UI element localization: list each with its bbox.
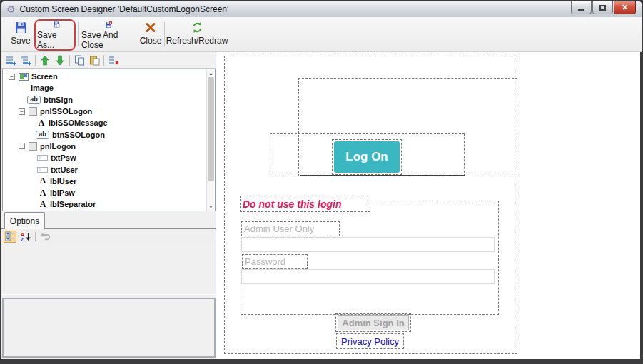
tree-toolbar-separator	[35, 55, 36, 66]
ab-icon: ab	[36, 131, 49, 139]
tree-item-label: lblPsw	[50, 188, 75, 197]
collapse-icon[interactable]: −	[19, 108, 25, 115]
svg-text:A: A	[21, 232, 24, 237]
toolbar-separator	[164, 22, 165, 46]
tree-item-label: btnSign	[44, 96, 73, 104]
password-input-preview[interactable]	[241, 269, 495, 284]
designer-canvas[interactable]: Log On Do not use this login Admin User …	[216, 52, 640, 359]
tree-item-lblssomessage[interactable]: A lblSSOMessage	[3, 117, 206, 128]
save-label: Save	[11, 36, 30, 46]
close-label: Close	[140, 36, 162, 46]
refresh-redraw-button[interactable]: Refresh/Redraw	[167, 19, 227, 50]
save-as-label: Save As...	[37, 30, 76, 50]
save-floppy-icon	[15, 21, 27, 34]
tab-options[interactable]: Options	[4, 212, 45, 229]
alphabetical-sort-icon[interactable]: AZ	[19, 231, 32, 243]
tree-rows: − Screen Image ab btnSign − pnlSSOLogon	[3, 71, 206, 211]
tree-item-label: lblUser	[50, 177, 76, 186]
tree-item-pnlssologon[interactable]: − pnlSSOLogon	[3, 106, 206, 117]
textbox-icon	[37, 167, 48, 173]
categorized-icon[interactable]	[4, 231, 16, 243]
tree-item-label: lblSeparator	[50, 200, 96, 208]
add-item-icon[interactable]	[5, 54, 16, 66]
toolbar-separator	[78, 22, 79, 46]
options-tab-label: Options	[10, 216, 39, 226]
label-a-icon: A	[39, 188, 47, 198]
tree-item-label: txtPsw	[51, 153, 76, 162]
tree-item-label: btnSSOLogon	[52, 131, 105, 139]
refresh-icon	[191, 21, 203, 34]
label-a-icon: A	[39, 199, 47, 210]
delete-icon[interactable]	[108, 54, 119, 66]
ab-icon: ab	[27, 96, 41, 104]
tree-item-label: lblSSOMessage	[49, 118, 108, 127]
close-designer-button[interactable]: Close	[138, 19, 163, 50]
tree-item-btnssologon[interactable]: ab btnSSOLogon	[3, 128, 206, 140]
paste-icon[interactable]	[88, 54, 100, 66]
save-close-floppy-icon	[103, 21, 115, 28]
custom-screen-designer-window: ⚙ Custom Screen Designer 'DefaultCustomL…	[0, 0, 643, 364]
add-child-icon[interactable]	[20, 54, 31, 66]
property-grid-empty[interactable]	[2, 243, 216, 295]
close-window-button[interactable]: ✕	[614, 1, 636, 14]
save-and-close-button[interactable]: Save And Close	[81, 19, 136, 50]
username-label-text: Admin User Only	[242, 223, 314, 234]
tree-item-txtuser[interactable]: txtUser	[3, 163, 206, 175]
tree-item-txtpsw[interactable]: txtPsw	[3, 152, 206, 163]
left-panel: − Screen Image ab btnSign − pnlSSOLogon	[1, 52, 216, 359]
refresh-redraw-label: Refresh/Redraw	[166, 36, 228, 46]
maximize-icon	[599, 5, 606, 11]
close-x-icon	[145, 21, 156, 34]
tree-item-lblseparator[interactable]: A lblSeparator	[3, 198, 206, 210]
scroll-down-icon[interactable]: ▼	[207, 203, 215, 211]
titlebar[interactable]: ⚙ Custom Screen Designer 'DefaultCustomL…	[1, 1, 642, 17]
component-tree: − Screen Image ab btnSign − pnlSSOLogon	[2, 69, 216, 211]
label-a-icon: A	[37, 118, 46, 128]
username-input-preview[interactable]	[241, 237, 495, 252]
tree-item-lblpsw[interactable]: A lblPsw	[3, 187, 206, 198]
admin-signin-button-preview[interactable]: Admin Sign In	[338, 315, 409, 330]
collapse-icon[interactable]: −	[9, 74, 15, 80]
save-as-floppy-icon	[51, 21, 63, 28]
logon-button-preview[interactable]: Log On	[334, 141, 400, 173]
tree-item-label: pnlLogon	[40, 142, 76, 151]
panel-icon	[29, 142, 37, 151]
label-a-icon: A	[39, 176, 47, 186]
tree-scrollbar[interactable]: ▲ ▼	[206, 70, 214, 211]
collapse-icon[interactable]: −	[19, 143, 25, 149]
tree-item-label: Screen	[31, 72, 58, 81]
tree-toolbar-separator	[69, 55, 70, 66]
tree-item-lbluser[interactable]: A lblUser	[3, 176, 206, 187]
tree-item-screen[interactable]: − Screen	[3, 71, 206, 82]
tree-item-image[interactable]: Image	[3, 82, 206, 93]
save-as-button[interactable]: Save As...	[37, 19, 76, 50]
save-button[interactable]: Save	[7, 19, 34, 50]
tree-toolbar-separator	[103, 55, 104, 66]
scrollbar-thumb[interactable]	[208, 77, 214, 181]
main-toolbar: Save Save As... Save And Close Close Ref…	[1, 17, 642, 52]
tree-item-pnllogon[interactable]: − pnlLogon	[3, 141, 206, 152]
tree-item-label: txtUser	[51, 166, 78, 174]
undo-icon	[39, 231, 51, 243]
window-controls: ✕	[570, 1, 636, 14]
maximize-button[interactable]	[592, 1, 613, 14]
minimize-icon	[578, 9, 584, 11]
minimize-button[interactable]	[571, 1, 592, 14]
property-description-panel	[2, 298, 216, 358]
options-toolbar: AZ	[1, 228, 216, 243]
password-label-box[interactable]: Password	[242, 254, 308, 269]
privacy-policy-link[interactable]: Privacy Policy	[341, 336, 399, 347]
svg-text:Z: Z	[21, 237, 24, 242]
separator-warning-text: Do not use this login	[241, 198, 341, 210]
move-up-icon[interactable]	[39, 54, 51, 66]
scroll-up-icon[interactable]: ▲	[207, 70, 215, 77]
move-down-icon[interactable]	[54, 54, 66, 66]
username-label-box[interactable]: Admin User Only	[241, 221, 340, 236]
separator-label-box[interactable]: Do not use this login	[240, 196, 370, 212]
tree-item-btnsign[interactable]: ab btnSign	[3, 94, 206, 106]
privacy-policy-link-box[interactable]: Privacy Policy	[336, 333, 404, 349]
tree-item-label: Image	[31, 84, 54, 92]
copy-icon[interactable]	[74, 54, 85, 66]
textbox-icon	[37, 155, 48, 161]
screen-icon	[19, 73, 29, 81]
